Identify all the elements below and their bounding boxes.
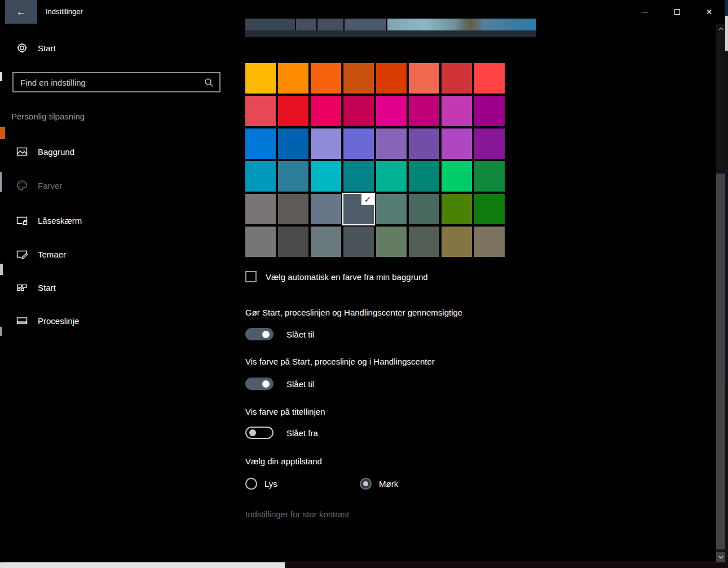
color-swatch[interactable] [245, 161, 276, 192]
color-swatch[interactable] [442, 96, 472, 126]
color-swatch[interactable] [442, 128, 472, 159]
color-swatch[interactable] [278, 128, 308, 159]
tiles-icon [16, 281, 28, 294]
app-mode-option-dark: Mørk [360, 478, 398, 490]
sidebar-home-label: Start [38, 43, 56, 53]
search-input[interactable] [14, 73, 219, 91]
color-swatch[interactable] [245, 63, 276, 94]
color-swatch[interactable] [311, 63, 341, 94]
color-swatch[interactable] [245, 227, 276, 257]
back-button[interactable]: ← [5, 0, 37, 24]
color-swatch[interactable] [278, 194, 308, 224]
show-color-toggle-state: Slået til [286, 379, 314, 389]
color-swatch[interactable] [343, 227, 374, 257]
toggle-knob [262, 331, 270, 338]
toggle-knob [262, 380, 270, 388]
color-swatch[interactable] [376, 128, 407, 159]
color-swatch[interactable] [311, 96, 341, 126]
caption-buttons: ✕ [629, 0, 725, 24]
color-swatch[interactable]: ✓ [343, 194, 374, 224]
sidebar-item-temaer[interactable]: Temaer [16, 246, 219, 262]
show-color-toggle-row: Slået til [245, 378, 314, 390]
titlebar-color-toggle[interactable] [245, 427, 273, 439]
color-swatch[interactable] [311, 128, 341, 159]
radio-dark-label: Mørk [379, 479, 398, 489]
high-contrast-link[interactable]: Indstillinger for stor kontrast [245, 509, 349, 519]
background-left-sliver [0, 0, 5, 568]
color-swatch[interactable] [474, 194, 505, 224]
transparency-toggle[interactable] [245, 328, 273, 340]
sidebar-item-farver[interactable]: Farver [16, 178, 219, 193]
color-swatch[interactable] [474, 96, 505, 126]
color-swatch[interactable] [474, 227, 505, 257]
color-swatch[interactable] [474, 63, 505, 94]
color-swatch[interactable] [245, 96, 276, 126]
radio-light-label: Lys [264, 479, 277, 489]
color-swatch[interactable] [474, 161, 505, 192]
titlebar-color-group-label: Vis farve på titellinjen [245, 407, 325, 416]
color-swatch[interactable] [311, 161, 341, 192]
sidebar-item-start[interactable]: Start [16, 279, 219, 295]
sidebar-item-label: Temaer [38, 250, 66, 259]
color-swatch[interactable] [278, 227, 308, 257]
maximize-button[interactable] [661, 0, 693, 24]
palette-icon [16, 179, 28, 192]
color-swatch[interactable] [442, 227, 472, 257]
scroll-down-button[interactable] [716, 552, 725, 562]
sidebar-item-proceslinje[interactable]: Proceslinje [16, 313, 219, 329]
app-mode-option-light: Lys [245, 478, 277, 490]
color-swatch[interactable] [442, 161, 472, 192]
back-arrow-icon: ← [16, 6, 27, 18]
color-swatch[interactable] [442, 63, 472, 94]
color-swatch[interactable] [343, 96, 374, 126]
color-swatch[interactable] [376, 227, 407, 257]
color-swatch[interactable] [376, 194, 407, 224]
sidebar-item-label: Baggrund [38, 147, 74, 157]
color-swatch[interactable] [245, 194, 276, 224]
color-swatch[interactable] [311, 194, 341, 224]
color-swatch[interactable] [409, 63, 439, 94]
radio-dark[interactable] [360, 478, 372, 490]
settings-window: ← Indstillinger ✕ Start [5, 0, 725, 562]
color-swatch[interactable] [409, 96, 439, 126]
color-swatch[interactable] [343, 128, 374, 159]
color-swatch[interactable] [409, 128, 439, 159]
color-swatch[interactable] [343, 63, 374, 94]
radio-light[interactable] [245, 478, 257, 490]
show-color-toggle[interactable] [245, 378, 273, 390]
color-swatch[interactable] [278, 161, 308, 192]
close-button[interactable]: ✕ [693, 0, 725, 24]
color-swatch[interactable] [311, 227, 341, 257]
scroll-up-button[interactable] [716, 24, 725, 34]
sidebar-section-label: Personlig tilpasning [11, 112, 85, 121]
sidebar-item-baggrund[interactable]: Baggrund [16, 144, 219, 159]
color-swatch[interactable] [409, 227, 439, 257]
color-swatch[interactable] [376, 96, 407, 126]
color-swatch[interactable] [442, 194, 472, 224]
sidebar-item-label: Låseskærm [38, 216, 82, 225]
sidebar-item-label: Proceslinje [38, 316, 79, 326]
app-mode-label: Vælg din apptilstand [245, 456, 322, 466]
scrollbar-thumb[interactable] [716, 174, 725, 549]
color-swatch[interactable] [474, 128, 505, 159]
color-swatch[interactable] [376, 161, 407, 192]
sidebar-home[interactable]: Start [16, 42, 56, 54]
sidebar-item-laaseskaerm[interactable]: Låseskærm [16, 212, 219, 228]
transparency-group-label: Gør Start, proceslinjen og Handlingscent… [245, 308, 462, 317]
auto-color-row: Vælg automatisk en farve fra min baggrun… [245, 271, 428, 282]
color-grid: ✓ [245, 63, 505, 257]
lockscreen-icon [16, 214, 28, 227]
minimize-button[interactable] [629, 0, 661, 24]
window-title: Indstillinger [46, 0, 83, 24]
color-swatch[interactable] [278, 96, 308, 126]
color-swatch[interactable] [409, 194, 439, 224]
titlebar-color-toggle-state: Slået fra [286, 428, 318, 438]
color-swatch[interactable] [409, 161, 439, 192]
gear-icon [16, 42, 28, 54]
sidebar-item-label: Start [38, 283, 56, 292]
color-swatch[interactable] [343, 161, 374, 192]
color-swatch[interactable] [278, 63, 308, 94]
auto-color-checkbox[interactable] [245, 271, 257, 282]
color-swatch[interactable] [245, 128, 276, 159]
color-swatch[interactable] [376, 63, 407, 94]
